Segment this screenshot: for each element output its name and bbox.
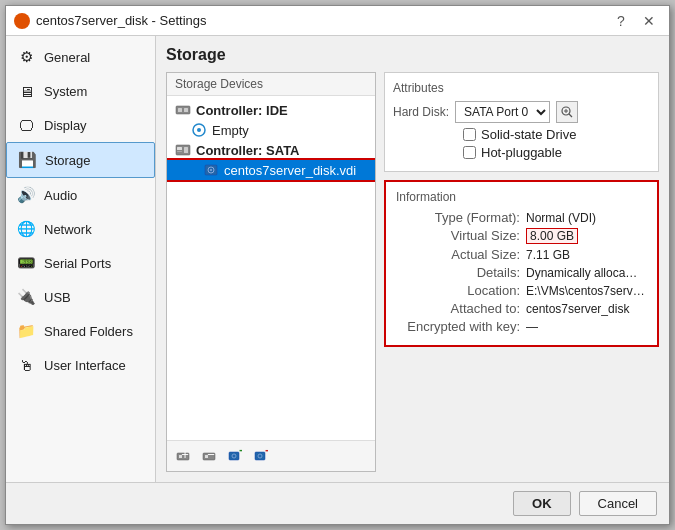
svg-rect-3	[184, 108, 188, 112]
svg-text:+: +	[239, 449, 242, 458]
solid-state-label: Solid-state Drive	[481, 127, 576, 142]
hot-pluggable-checkbox[interactable]	[463, 146, 476, 159]
sidebar-item-network[interactable]: 🌐 Network	[6, 212, 155, 246]
storage-toolbar: + −	[167, 440, 375, 471]
footer: OK Cancel	[6, 482, 669, 524]
tree-item-empty-label: Empty	[212, 123, 249, 138]
tree-item-vdi[interactable]: centos7server_disk.vdi	[167, 160, 375, 180]
attributes-title: Attributes	[393, 81, 650, 95]
tree-item-ide-label: Controller: IDE	[196, 103, 288, 118]
svg-rect-9	[184, 147, 188, 153]
sidebar-label-storage: Storage	[45, 153, 91, 168]
sidebar-item-user_interface[interactable]: 🖱 User Interface	[6, 348, 155, 382]
help-button[interactable]: ?	[609, 10, 633, 32]
sidebar-label-audio: Audio	[44, 188, 77, 203]
info-val-2: 7.11 GB	[526, 248, 570, 262]
sidebar-item-general[interactable]: ⚙ General	[6, 40, 155, 74]
sidebar-item-system[interactable]: 🖥 System	[6, 74, 155, 108]
sidebar-label-user_interface: User Interface	[44, 358, 126, 373]
display-icon: 🖵	[16, 115, 36, 135]
tree-item-sata-label: Controller: SATA	[196, 143, 300, 158]
empty-disk-icon	[191, 122, 207, 138]
sidebar-item-serial_ports[interactable]: 📟 Serial Ports	[6, 246, 155, 280]
sidebar-label-general: General	[44, 50, 90, 65]
tree-item-controller-ide[interactable]: Controller: IDE	[167, 100, 375, 120]
hot-pluggable-label: Hot-pluggable	[481, 145, 562, 160]
hard-disk-label: Hard Disk:	[393, 105, 449, 119]
svg-point-0	[17, 16, 27, 26]
info-val-6: —	[526, 320, 538, 334]
title-bar-buttons: ? ✕	[609, 10, 661, 32]
audio-icon: 🔊	[16, 185, 36, 205]
general-icon: ⚙	[16, 47, 36, 67]
info-val-0: Normal (VDI)	[526, 211, 596, 225]
info-row-5: Attached to: centos7server_disk	[396, 301, 647, 316]
svg-rect-8	[177, 151, 182, 152]
shared_folders-icon: 📁	[16, 321, 36, 341]
sidebar-label-shared_folders: Shared Folders	[44, 324, 133, 339]
hard-disk-browse-btn[interactable]	[556, 101, 578, 123]
add-attachment-btn[interactable]: +	[223, 445, 247, 467]
attributes-section: Attributes Hard Disk: SATA Port 0	[384, 72, 659, 172]
info-val-3: Dynamically alloca…	[526, 266, 637, 280]
information-title: Information	[396, 190, 647, 204]
hot-pluggable-row: Hot-pluggable	[463, 145, 650, 160]
storage-tree: Controller: IDE Empty	[167, 96, 375, 440]
main-inner: Storage Devices Controller:	[166, 72, 659, 472]
info-row-2: Actual Size: 7.11 GB	[396, 247, 647, 262]
user_interface-icon: 🖱	[16, 355, 36, 375]
info-key-6: Encrypted with key:	[396, 319, 526, 334]
sidebar-item-storage[interactable]: 💾 Storage	[6, 142, 155, 178]
storage-icon: 💾	[17, 150, 37, 170]
sidebar-label-network: Network	[44, 222, 92, 237]
storage-devices-label: Storage Devices	[167, 73, 375, 96]
info-key-5: Attached to:	[396, 301, 526, 316]
svg-text:+: +	[181, 449, 189, 462]
network-icon: 🌐	[16, 219, 36, 239]
controller-ide-icon	[175, 102, 191, 118]
main-window: centos7server_disk - Settings ? ✕ ⚙ Gene…	[5, 5, 670, 525]
sidebar-item-audio[interactable]: 🔊 Audio	[6, 178, 155, 212]
hard-disk-row: Hard Disk: SATA Port 0	[393, 101, 650, 123]
sidebar-item-display[interactable]: 🖵 Display	[6, 108, 155, 142]
info-key-2: Actual Size:	[396, 247, 526, 262]
storage-devices-panel: Storage Devices Controller:	[166, 72, 376, 472]
controller-sata-icon	[175, 142, 191, 158]
sidebar: ⚙ General 🖥 System 🖵 Display 💾 Storage 🔊…	[6, 36, 156, 482]
sidebar-item-usb[interactable]: 🔌 USB	[6, 280, 155, 314]
sidebar-label-display: Display	[44, 118, 87, 133]
svg-line-26	[569, 114, 572, 117]
serial_ports-icon: 📟	[16, 253, 36, 273]
tree-item-controller-sata[interactable]: Controller: SATA	[167, 140, 375, 160]
info-row-4: Location: E:\VMs\centos7serv…	[396, 283, 647, 298]
remove-controller-btn[interactable]: −	[197, 445, 221, 467]
info-row-0: Type (Format): Normal (VDI)	[396, 210, 647, 225]
tree-item-empty[interactable]: Empty	[167, 120, 375, 140]
info-key-3: Details:	[396, 265, 526, 280]
content-area: ⚙ General 🖥 System 🖵 Display 💾 Storage 🔊…	[6, 36, 669, 482]
info-val-1: 8.00 GB	[526, 228, 578, 244]
tree-item-vdi-label: centos7server_disk.vdi	[224, 163, 356, 178]
cancel-button[interactable]: Cancel	[579, 491, 657, 516]
sidebar-label-system: System	[44, 84, 87, 99]
window-title: centos7server_disk - Settings	[36, 13, 609, 28]
vdi-disk-icon	[203, 162, 219, 178]
info-val-5: centos7server_disk	[526, 302, 629, 316]
page-title: Storage	[166, 46, 659, 64]
svg-rect-2	[178, 108, 182, 112]
svg-text:−: −	[265, 449, 268, 458]
svg-point-12	[210, 169, 212, 171]
sidebar-label-serial_ports: Serial Ports	[44, 256, 111, 271]
main-panel: Storage Storage Devices	[156, 36, 669, 482]
svg-point-5	[197, 128, 201, 132]
sidebar-item-shared_folders[interactable]: 📁 Shared Folders	[6, 314, 155, 348]
info-row-6: Encrypted with key: —	[396, 319, 647, 334]
remove-attachment-btn[interactable]: −	[249, 445, 273, 467]
sidebar-label-usb: USB	[44, 290, 71, 305]
close-button[interactable]: ✕	[637, 10, 661, 32]
add-controller-btn[interactable]: +	[171, 445, 195, 467]
ok-button[interactable]: OK	[513, 491, 571, 516]
svg-text:−: −	[207, 449, 215, 462]
hard-disk-select[interactable]: SATA Port 0	[455, 101, 550, 123]
solid-state-checkbox[interactable]	[463, 128, 476, 141]
